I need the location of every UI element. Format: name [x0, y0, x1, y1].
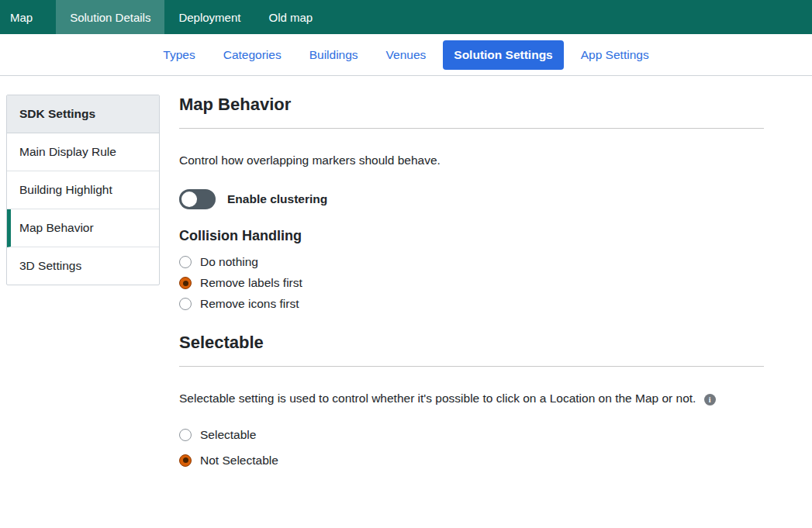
sidebar-item-building-highlight[interactable]: Building Highlight — [7, 171, 159, 209]
tab-app-settings[interactable]: App Settings — [570, 40, 660, 70]
enable-clustering-toggle[interactable] — [179, 189, 216, 209]
radio-label: Remove labels first — [200, 276, 302, 290]
radio-option-not-selectable[interactable]: Not Selectable — [179, 454, 764, 468]
map-behavior-title: Map Behavior — [179, 95, 764, 115]
sidebar-item-3d-settings[interactable]: 3D Settings — [7, 247, 159, 285]
topbar-item-map[interactable]: Map — [0, 0, 47, 34]
radio-icon[interactable] — [179, 256, 192, 268]
topbar-item-deployment[interactable]: Deployment — [164, 0, 254, 34]
tab-categories[interactable]: Categories — [213, 40, 292, 70]
divider — [179, 366, 764, 367]
radio-option-selectable[interactable]: Selectable — [179, 428, 764, 442]
sidebar-header-sdk-settings: SDK Settings — [7, 95, 159, 133]
selectable-description: Selectable setting is used to control wh… — [179, 392, 764, 406]
radio-label: Remove icons first — [200, 297, 299, 311]
settings-sidebar: SDK Settings Main Display Rule Building … — [6, 95, 160, 285]
topbar-item-old-map[interactable]: Old map — [254, 0, 327, 34]
tab-types[interactable]: Types — [152, 40, 206, 70]
selectable-section: Selectable Selectable setting is used to… — [179, 333, 764, 468]
content-area: SDK Settings Main Display Rule Building … — [0, 76, 812, 479]
enable-clustering-row: Enable clustering — [179, 189, 764, 209]
radio-option-remove-labels-first[interactable]: Remove labels first — [179, 276, 764, 290]
tab-solution-settings[interactable]: Solution Settings — [443, 40, 563, 70]
radio-icon-selected[interactable] — [179, 454, 192, 467]
info-icon[interactable]: i — [704, 394, 716, 405]
enable-clustering-label: Enable clustering — [227, 192, 327, 206]
collision-handling-title: Collision Handling — [179, 228, 764, 244]
solution-details-subnav: Types Categories Buildings Venues Soluti… — [0, 34, 812, 76]
tab-venues[interactable]: Venues — [375, 40, 437, 70]
radio-label: Selectable — [200, 428, 256, 442]
radio-icon-selected[interactable] — [179, 277, 192, 289]
map-behavior-panel: Map Behavior Control how overlapping mar… — [179, 95, 764, 479]
radio-icon[interactable] — [179, 429, 192, 441]
radio-label: Not Selectable — [200, 454, 278, 468]
radio-option-do-nothing[interactable]: Do nothing — [179, 255, 764, 269]
map-behavior-description: Control how overlapping markers should b… — [179, 154, 764, 167]
sidebar-item-main-display-rule[interactable]: Main Display Rule — [7, 133, 159, 171]
topbar-item-solution-details[interactable]: Solution Details — [56, 0, 164, 34]
tab-buildings[interactable]: Buildings — [299, 40, 369, 70]
radio-icon[interactable] — [179, 298, 192, 310]
sidebar-item-map-behavior[interactable]: Map Behavior — [7, 209, 159, 247]
divider — [179, 128, 764, 129]
top-navigation-bar: Map Solution Details Deployment Old map — [0, 0, 812, 34]
toggle-knob — [181, 192, 197, 207]
radio-option-remove-icons-first[interactable]: Remove icons first — [179, 297, 764, 311]
selectable-title: Selectable — [179, 333, 764, 353]
radio-label: Do nothing — [200, 255, 258, 269]
selectable-description-text: Selectable setting is used to control wh… — [179, 392, 696, 405]
